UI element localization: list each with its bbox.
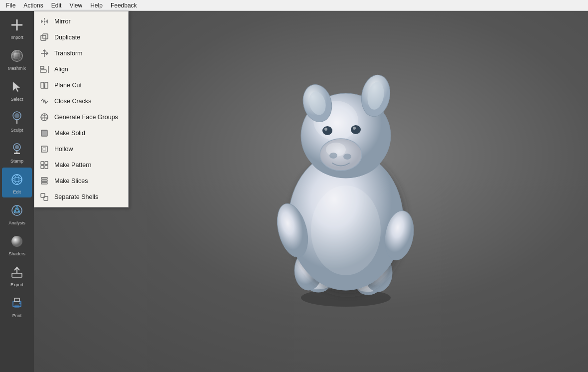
svg-marker-20 bbox=[14, 206, 20, 212]
edit-icon bbox=[8, 171, 26, 188]
menu-item-duplicate[interactable]: Duplicate bbox=[34, 29, 128, 45]
make-solid-label: Make Solid bbox=[54, 130, 85, 137]
stamp-icon bbox=[8, 140, 26, 158]
svg-point-79 bbox=[343, 154, 351, 160]
menu-item-close-cracks[interactable]: Close Cracks bbox=[34, 93, 128, 109]
sidebar: Import Meshmix bbox=[0, 11, 34, 372]
svg-point-8 bbox=[14, 113, 19, 118]
mirror-label: Mirror bbox=[54, 18, 71, 25]
svg-rect-40 bbox=[45, 82, 48, 88]
analysis-icon bbox=[8, 201, 26, 219]
menu-item-align[interactable]: Align bbox=[34, 61, 128, 77]
plane-cut-icon bbox=[39, 80, 49, 90]
menu-item-separate-shells[interactable]: Separate Shells bbox=[34, 189, 128, 205]
menu-actions[interactable]: Actions bbox=[19, 0, 47, 10]
menu-item-generate-face-groups[interactable]: Generate Face Groups bbox=[34, 109, 128, 125]
svg-rect-12 bbox=[14, 153, 20, 154]
svg-point-66 bbox=[311, 186, 381, 275]
sidebar-btn-shaders[interactable]: Shaders bbox=[2, 229, 32, 259]
shaders-label: Shaders bbox=[8, 251, 25, 256]
svg-rect-46 bbox=[41, 130, 47, 136]
svg-rect-23 bbox=[12, 273, 22, 277]
sidebar-btn-meshmix[interactable]: Meshmix bbox=[2, 44, 32, 74]
sidebar-btn-edit[interactable]: Edit bbox=[2, 168, 32, 197]
menu-file[interactable]: File bbox=[2, 0, 19, 10]
menu-item-mirror[interactable]: Mirror bbox=[34, 13, 128, 29]
svg-rect-32 bbox=[41, 35, 46, 40]
svg-rect-52 bbox=[45, 166, 48, 169]
svg-rect-39 bbox=[41, 82, 44, 88]
brush-icon bbox=[8, 109, 26, 127]
align-icon bbox=[39, 64, 49, 74]
close-cracks-icon bbox=[39, 96, 49, 106]
sidebar-btn-sculpt[interactable]: Sculpt bbox=[2, 106, 32, 136]
svg-rect-55 bbox=[41, 183, 47, 184]
sidebar-btn-import[interactable]: Import bbox=[2, 13, 32, 43]
duplicate-label: Duplicate bbox=[54, 34, 80, 41]
shaders-icon bbox=[8, 232, 26, 250]
menu-item-hollow[interactable]: Hollow bbox=[34, 141, 128, 157]
make-pattern-icon bbox=[39, 160, 49, 170]
plus-icon bbox=[8, 16, 26, 34]
svg-point-19 bbox=[12, 205, 22, 215]
svg-rect-37 bbox=[40, 70, 46, 72]
meshmix-label: Meshmix bbox=[8, 66, 26, 71]
sidebar-btn-analysis[interactable]: Analysis bbox=[2, 198, 32, 228]
sidebar-btn-select[interactable]: Select bbox=[2, 75, 32, 105]
transform-label: Transform bbox=[54, 50, 83, 57]
svg-rect-57 bbox=[44, 196, 48, 200]
export-label: Export bbox=[10, 282, 23, 287]
menu-item-transform[interactable]: Transform bbox=[34, 45, 128, 61]
align-label: Align bbox=[54, 66, 68, 73]
menu-item-make-slices[interactable]: Make Slices bbox=[34, 173, 128, 189]
menubar: File Actions Edit View Help Feedback bbox=[0, 0, 588, 11]
svg-rect-47 bbox=[41, 146, 47, 152]
edit-dropdown-menu: Mirror Duplicate Transform bbox=[34, 11, 129, 207]
menu-help[interactable]: Help bbox=[86, 0, 107, 10]
menu-item-make-pattern[interactable]: Make Pattern bbox=[34, 157, 128, 173]
mirror-icon bbox=[39, 16, 49, 26]
svg-point-82 bbox=[351, 125, 361, 134]
print-icon bbox=[8, 294, 26, 312]
cursor-icon bbox=[8, 78, 26, 96]
menu-edit[interactable]: Edit bbox=[47, 0, 66, 10]
svg-point-5 bbox=[11, 50, 22, 61]
sidebar-btn-export[interactable]: Export bbox=[2, 260, 32, 290]
generate-face-groups-icon bbox=[39, 112, 49, 122]
sidebar-btn-print[interactable]: Print bbox=[2, 291, 32, 321]
duplicate-icon bbox=[39, 32, 49, 42]
svg-point-22 bbox=[11, 236, 22, 247]
import-label: Import bbox=[10, 35, 23, 40]
svg-rect-51 bbox=[41, 166, 44, 169]
close-cracks-label: Close Cracks bbox=[54, 98, 91, 105]
sculpt-label: Sculpt bbox=[10, 128, 23, 133]
stamp-label: Stamp bbox=[10, 159, 23, 164]
print-label: Print bbox=[12, 313, 22, 318]
edit-label: Edit bbox=[13, 189, 21, 194]
analysis-label: Analysis bbox=[8, 220, 25, 225]
svg-point-14 bbox=[12, 175, 22, 185]
svg-rect-49 bbox=[41, 162, 44, 165]
svg-point-78 bbox=[329, 153, 337, 159]
svg-point-28 bbox=[19, 303, 21, 304]
svg-rect-48 bbox=[43, 148, 46, 151]
pig-model bbox=[259, 71, 433, 312]
svg-marker-31 bbox=[45, 19, 48, 23]
hollow-icon bbox=[39, 144, 49, 154]
hollow-label: Hollow bbox=[54, 146, 73, 153]
separate-shells-icon bbox=[39, 192, 49, 202]
sidebar-btn-stamp[interactable]: Stamp bbox=[2, 137, 32, 167]
svg-point-80 bbox=[322, 126, 332, 135]
svg-point-83 bbox=[353, 127, 356, 130]
menu-feedback[interactable]: Feedback bbox=[107, 0, 141, 10]
svg-marker-6 bbox=[13, 82, 20, 92]
menu-view[interactable]: View bbox=[65, 0, 86, 10]
plane-cut-label: Plane Cut bbox=[54, 82, 82, 89]
menu-item-make-solid[interactable]: Make Solid bbox=[34, 125, 128, 141]
select-label: Select bbox=[10, 97, 23, 102]
menu-item-plane-cut[interactable]: Plane Cut bbox=[34, 77, 128, 93]
svg-rect-54 bbox=[41, 180, 47, 182]
svg-rect-50 bbox=[45, 162, 48, 165]
svg-rect-33 bbox=[43, 34, 48, 39]
svg-point-11 bbox=[15, 145, 19, 149]
